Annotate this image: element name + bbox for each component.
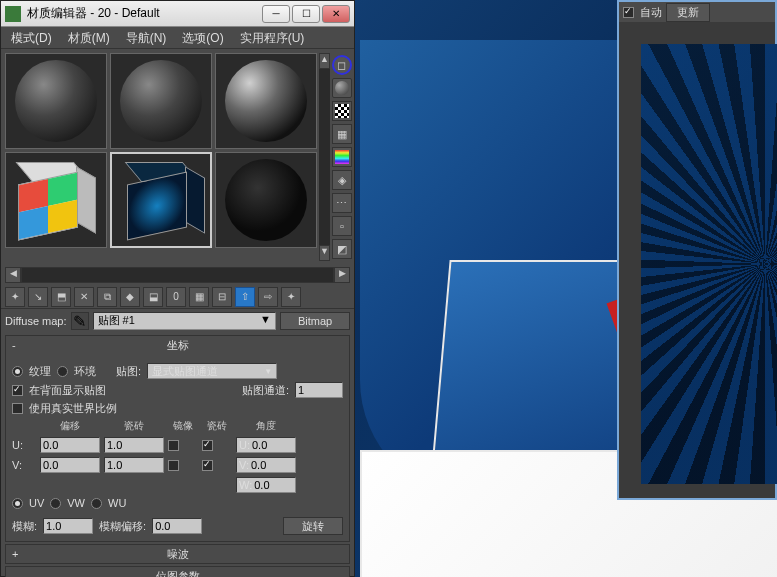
noise-rollout: + 噪波 xyxy=(5,544,350,564)
tiling-header: 瓷砖 xyxy=(104,419,164,433)
v-tiling-spinner[interactable] xyxy=(104,457,164,473)
material-slot-6[interactable] xyxy=(215,152,317,248)
blur-offset-label: 模糊偏移: xyxy=(99,519,146,534)
blur-offset-spinner[interactable] xyxy=(152,518,202,534)
rotate-button[interactable]: 旋转 xyxy=(283,517,343,535)
make-unique-button[interactable]: ◆ xyxy=(120,287,140,307)
u-tiling-spinner[interactable] xyxy=(104,437,164,453)
real-world-label: 使用真实世界比例 xyxy=(29,401,117,416)
pick-material-button[interactable]: ✦ xyxy=(281,287,301,307)
close-button[interactable]: ✕ xyxy=(322,5,350,23)
texture-label: 纹理 xyxy=(29,364,51,379)
sample-uv-button[interactable]: ▦ xyxy=(332,124,352,144)
map-channel-spinner[interactable] xyxy=(295,382,343,398)
v-offset-spinner[interactable] xyxy=(40,457,100,473)
make-preview-button[interactable]: ◈ xyxy=(332,170,352,190)
material-id-button[interactable]: 0 xyxy=(166,287,186,307)
blur-spinner[interactable] xyxy=(43,518,93,534)
bitmap-params-rollout-header[interactable]: - 位图参数 xyxy=(6,567,349,577)
menu-navigate[interactable]: 导航(N) xyxy=(118,27,175,48)
vw-radio[interactable] xyxy=(50,498,61,509)
map-type-button[interactable]: Bitmap xyxy=(280,312,350,330)
v-label: V: xyxy=(12,459,36,471)
titlebar[interactable]: 材质编辑器 - 20 - Default ─ ☐ ✕ xyxy=(1,1,354,27)
u-tile-check[interactable] xyxy=(202,440,213,451)
scroll-track[interactable] xyxy=(21,267,334,283)
auto-checkbox[interactable] xyxy=(623,7,634,18)
diffuse-map-label: Diffuse map: xyxy=(5,315,67,327)
material-slot-4[interactable] xyxy=(5,152,107,248)
options-button[interactable]: ⋯ xyxy=(332,193,352,213)
show-end-result-button[interactable]: ⊟ xyxy=(212,287,232,307)
make-copy-button[interactable]: ⧉ xyxy=(97,287,117,307)
v-mirror-check[interactable] xyxy=(168,460,179,471)
uv-radio[interactable] xyxy=(12,498,23,509)
backlight-button[interactable] xyxy=(332,78,352,98)
wu-radio[interactable] xyxy=(91,498,102,509)
show-map-button[interactable]: ▦ xyxy=(189,287,209,307)
update-button[interactable]: 更新 xyxy=(666,3,710,22)
material-slot-3[interactable] xyxy=(215,53,317,149)
auto-label: 自动 xyxy=(640,5,662,20)
slot-vscrollbar[interactable]: ▲ ▼ xyxy=(319,53,330,261)
map-name-input[interactable]: 贴图 #1 ▼ xyxy=(93,312,276,330)
mapping-select[interactable]: 显式贴图通道 xyxy=(147,363,277,379)
scroll-up-button[interactable]: ▲ xyxy=(319,53,330,69)
put-to-library-button[interactable]: ⬓ xyxy=(143,287,163,307)
eyedropper-button[interactable]: ✎ xyxy=(71,312,89,330)
maximize-button[interactable]: ☐ xyxy=(292,5,320,23)
sphere-preview xyxy=(225,159,307,241)
angle-header: 角度 xyxy=(236,419,296,433)
menu-mode[interactable]: 模式(D) xyxy=(3,27,60,48)
expand-icon: + xyxy=(12,548,18,560)
scroll-right-button[interactable]: ▶ xyxy=(334,267,350,283)
offset-header: 偏移 xyxy=(40,419,100,433)
put-to-scene-button[interactable]: ↘ xyxy=(28,287,48,307)
coordinates-rollout-header[interactable]: - 坐标 xyxy=(6,336,349,354)
v-angle-spinner[interactable]: V: xyxy=(236,457,296,473)
mirror-header: 镜像 xyxy=(168,419,198,433)
material-slot-2[interactable] xyxy=(110,53,212,149)
menubar: 模式(D) 材质(M) 导航(N) 选项(O) 实用程序(U) xyxy=(1,27,354,49)
material-slot-1[interactable] xyxy=(5,53,107,149)
background-button[interactable] xyxy=(332,101,352,121)
show-back-checkbox[interactable] xyxy=(12,385,23,396)
environ-radio[interactable] xyxy=(57,366,68,377)
blur-label: 模糊: xyxy=(12,519,37,534)
u-mirror-check[interactable] xyxy=(168,440,179,451)
menu-options[interactable]: 选项(O) xyxy=(174,27,231,48)
vw-label: VW xyxy=(67,497,85,509)
scroll-left-button[interactable]: ◀ xyxy=(5,267,21,283)
menu-material[interactable]: 材质(M) xyxy=(60,27,118,48)
material-slot-5-selected[interactable] xyxy=(110,152,212,248)
slot-hscrollbar[interactable]: ◀ ▶ xyxy=(5,267,350,283)
rollout-title: 噪波 xyxy=(167,547,189,562)
wu-label: WU xyxy=(108,497,126,509)
scroll-track[interactable] xyxy=(319,69,330,245)
video-color-button[interactable] xyxy=(332,147,352,167)
app-icon xyxy=(5,6,21,22)
go-forward-button[interactable]: ⇨ xyxy=(258,287,278,307)
get-material-button[interactable]: ✦ xyxy=(5,287,25,307)
window-title: 材质编辑器 - 20 - Default xyxy=(27,5,262,22)
preview-header: 自动 更新 xyxy=(619,2,775,22)
sample-type-button[interactable]: ◻ xyxy=(332,55,352,75)
minimize-button[interactable]: ─ xyxy=(262,5,290,23)
u-angle-spinner[interactable]: U: xyxy=(236,437,296,453)
collapse-icon: - xyxy=(12,570,16,577)
go-to-parent-button[interactable]: ⇧ xyxy=(235,287,255,307)
scroll-down-button[interactable]: ▼ xyxy=(319,245,330,261)
reset-button[interactable]: ✕ xyxy=(74,287,94,307)
v-tile-check[interactable] xyxy=(202,460,213,471)
texture-radio[interactable] xyxy=(12,366,23,377)
real-world-checkbox[interactable] xyxy=(12,403,23,414)
assign-to-selection-button[interactable]: ⬒ xyxy=(51,287,71,307)
sphere-preview xyxy=(120,60,202,142)
rollout-title: 坐标 xyxy=(167,338,189,353)
menu-utilities[interactable]: 实用程序(U) xyxy=(232,27,313,48)
w-angle-spinner[interactable]: W: xyxy=(236,477,296,493)
select-by-material-button[interactable]: ▫ xyxy=(332,216,352,236)
u-offset-spinner[interactable] xyxy=(40,437,100,453)
noise-rollout-header[interactable]: + 噪波 xyxy=(6,545,349,563)
material-map-nav-button[interactable]: ◩ xyxy=(332,239,352,259)
